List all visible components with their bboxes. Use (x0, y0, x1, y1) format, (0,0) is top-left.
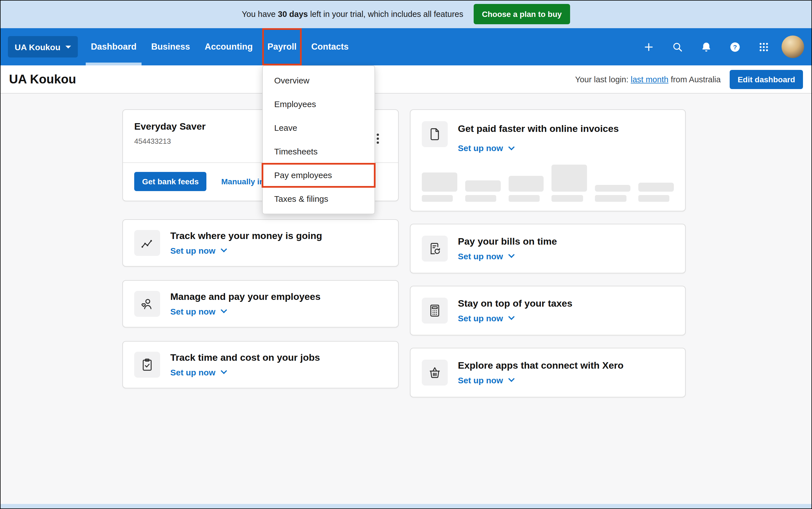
main-navbar: UA Koukou Dashboard Business Accounting … (0, 28, 812, 65)
bill-refresh-icon (422, 236, 448, 262)
notifications-button[interactable] (695, 36, 717, 58)
nav-item-dashboard[interactable]: Dashboard (86, 28, 141, 65)
apps-menu-button[interactable] (753, 36, 774, 58)
card-title: Stay on top of your taxes (458, 298, 572, 309)
menu-item-pay-employees[interactable]: Pay employees (263, 164, 375, 187)
trial-message: You have 30 days left in your trial, whi… (242, 9, 463, 19)
setup-card-text: Manage and pay your employees Set up now (170, 291, 321, 316)
basket-icon (422, 360, 448, 385)
apps-grid-icon (757, 41, 770, 53)
skeleton-bar-group (422, 172, 457, 202)
person-heart-icon (134, 291, 160, 317)
explore-apps-card: Explore apps that connect with Xero Set … (410, 348, 686, 397)
taxes-card: Stay on top of your taxes Set up now (410, 286, 686, 335)
skeleton-bar-group (552, 165, 587, 202)
nav-item-business[interactable]: Business (146, 28, 195, 65)
menu-item-timesheets[interactable]: Timesheets (263, 140, 375, 164)
nav-item-label: Contacts (311, 42, 349, 52)
setup-card-text: Pay your bills on time Set up now (458, 236, 557, 261)
card-title: Explore apps that connect with Xero (458, 360, 624, 371)
payroll-dropdown-menu: Overview Employees Leave Timesheets Pay … (262, 65, 375, 214)
nav-item-payroll[interactable]: Payroll Overview Employees Leave Timeshe… (262, 28, 302, 65)
search-icon (671, 41, 683, 53)
card-title: Track time and cost on your jobs (170, 352, 320, 363)
chevron-down-icon (221, 368, 227, 374)
set-up-now-label: Set up now (170, 367, 216, 377)
last-month-link[interactable]: last month (631, 75, 669, 84)
skeleton-bar-group (508, 176, 544, 202)
card-title: Get paid faster with online invoices (458, 124, 619, 135)
nav-item-accounting[interactable]: Accounting (200, 28, 258, 65)
skeleton-bar-group (465, 180, 501, 202)
setup-card-text: Explore apps that connect with Xero Set … (458, 360, 624, 385)
menu-item-label: Pay employees (274, 170, 332, 180)
page-header-right: Your last login: last month from Austral… (575, 70, 803, 89)
bank-account-name: Everyday Saver (134, 121, 205, 132)
bank-card-actions: Get bank feeds Manually import (134, 172, 282, 191)
pay-bills-card: Pay your bills on time Set up now (410, 224, 686, 273)
last-login-prefix: Your last login: (575, 75, 631, 84)
card-title: Manage and pay your employees (170, 291, 321, 302)
card-title: Track where your money is going (170, 230, 322, 241)
primary-nav: Dashboard Business Accounting Payroll Ov… (84, 28, 356, 65)
chart-line-icon (134, 230, 160, 256)
bell-icon (700, 41, 712, 53)
plus-icon (643, 41, 654, 53)
edit-dashboard-button[interactable]: Edit dashboard (730, 70, 803, 89)
nav-item-contacts[interactable]: Contacts (306, 28, 354, 65)
last-login-text: Your last login: last month from Austral… (575, 75, 721, 84)
avatar[interactable] (782, 35, 804, 58)
chevron-down-icon (508, 144, 515, 150)
trial-banner: You have 30 days left in your trial, whi… (0, 0, 812, 28)
search-button[interactable] (667, 36, 688, 58)
set-up-now-link[interactable]: Set up now (458, 251, 514, 261)
svg-text:?: ? (733, 43, 737, 50)
invoice-icon (422, 121, 448, 147)
setup-card-text: Track time and cost on your jobs Set up … (170, 352, 320, 377)
set-up-now-link[interactable]: Set up now (458, 313, 514, 323)
set-up-now-link[interactable]: Set up now (458, 143, 514, 153)
manage-employees-card: Manage and pay your employees Set up now (122, 280, 399, 328)
chevron-down-icon (508, 252, 515, 258)
set-up-now-link[interactable]: Set up now (458, 375, 514, 385)
invoice-skeleton-chart (422, 160, 674, 202)
set-up-now-label: Set up now (458, 313, 503, 323)
nav-item-label: Accounting (205, 42, 253, 52)
chevron-down-icon (65, 45, 71, 48)
nav-item-label: Payroll (267, 42, 297, 52)
trial-message-prefix: You have (242, 9, 278, 19)
page-header: UA Koukou Your last login: last month fr… (0, 65, 812, 94)
menu-item-employees[interactable]: Employees (263, 93, 375, 116)
nav-item-label: Dashboard (91, 42, 136, 52)
org-name: UA Koukou (15, 42, 60, 52)
trial-message-suffix: left in your trial, which includes all f… (308, 9, 463, 19)
track-money-card: Track where your money is going Set up n… (122, 219, 399, 267)
chevron-down-icon (221, 246, 227, 252)
xero-dashboard-screen: You have 30 days left in your trial, whi… (0, 0, 812, 509)
org-switcher[interactable]: UA Koukou (8, 36, 78, 58)
set-up-now-label: Set up now (458, 251, 503, 261)
get-bank-feeds-button[interactable]: Get bank feeds (134, 172, 207, 191)
chevron-down-icon (221, 307, 227, 313)
navbar-actions: ? (638, 35, 804, 58)
online-invoices-card: Get paid faster with online invoices Set… (410, 109, 686, 211)
choose-plan-button[interactable]: Choose a plan to buy (474, 4, 570, 24)
set-up-now-link[interactable]: Set up now (170, 245, 226, 255)
set-up-now-link[interactable]: Set up now (170, 367, 226, 377)
create-new-button[interactable] (638, 36, 659, 58)
help-icon: ? (729, 41, 741, 53)
set-up-now-label: Set up now (170, 245, 216, 255)
nav-item-label: Business (151, 42, 190, 52)
last-login-suffix: from Australia (669, 75, 721, 84)
bank-account-number: 454433213 (134, 137, 171, 145)
help-button[interactable]: ? (724, 36, 745, 58)
setup-card-text: Stay on top of your taxes Set up now (458, 298, 572, 323)
card-title: Pay your bills on time (458, 236, 557, 247)
set-up-now-link[interactable]: Set up now (170, 306, 226, 316)
menu-item-leave[interactable]: Leave (263, 116, 375, 140)
chevron-down-icon (508, 314, 515, 320)
track-jobs-card: Track time and cost on your jobs Set up … (122, 341, 399, 388)
menu-item-overview[interactable]: Overview (263, 69, 375, 93)
kebab-menu-icon[interactable] (376, 132, 380, 145)
menu-item-taxes-filings[interactable]: Taxes & filings (263, 187, 375, 211)
